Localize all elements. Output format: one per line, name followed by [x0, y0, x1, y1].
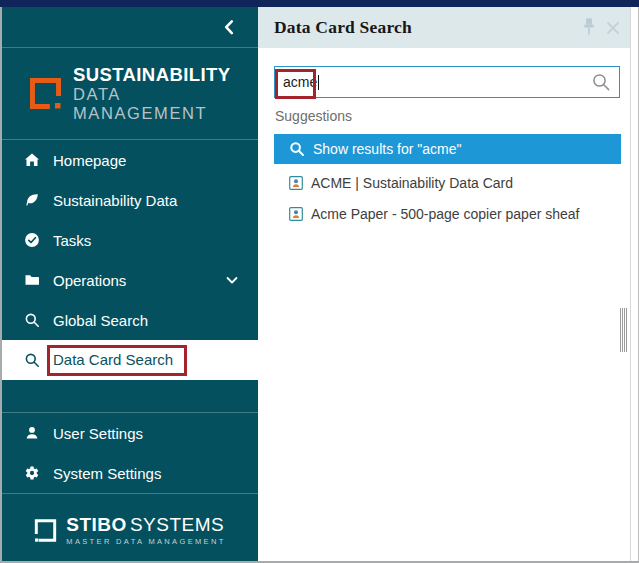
logo-square-icon — [30, 78, 61, 109]
app-name-line1: SUSTAINABILITY — [73, 65, 258, 86]
app-logo: SUSTAINABILITY DATA MANAGEMENT — [2, 48, 258, 140]
data-card-icon — [289, 207, 303, 221]
show-results-row[interactable]: Show results for "acme" — [274, 134, 621, 164]
sidebar-item-label: Homepage — [53, 152, 126, 169]
data-card-search-panel: Data Card Search acme Suggestions — [258, 7, 631, 561]
sidebar-item-label: Sustainability Data — [53, 192, 177, 209]
sidebar-item-tasks[interactable]: Tasks — [2, 220, 258, 260]
suggestion-item[interactable]: ACME | Sustainability Data Card — [274, 168, 621, 198]
sidebar-item-operations[interactable]: Operations — [2, 260, 258, 300]
sidebar-item-global-search[interactable]: Global Search — [2, 300, 258, 340]
chevron-down-icon[interactable] — [224, 272, 240, 288]
panel-header: Data Card Search — [258, 7, 630, 48]
sidebar-item-data-card-search[interactable]: Data Card Search — [2, 340, 258, 380]
sidebar-topbar — [2, 7, 258, 48]
suggestions-label: Suggestions — [275, 108, 352, 124]
sidebar-item-label: Global Search — [53, 312, 148, 329]
suggestion-label: ACME | Sustainability Data Card — [311, 175, 513, 191]
pushpin-icon — [581, 17, 597, 39]
text-caret — [318, 75, 319, 90]
user-icon — [24, 425, 40, 441]
stibo-square-icon — [34, 519, 57, 542]
gear-icon — [24, 465, 40, 481]
suggestion-label: Acme Paper - 500-page copier paper sheaf — [311, 206, 580, 222]
sidebar-spacer — [2, 380, 258, 412]
app-name-line2: DATA MANAGEMENT — [73, 85, 258, 122]
sidebar-menu: Homepage Sustainability Data Tasks Opera… — [2, 140, 258, 380]
data-card-icon — [289, 176, 303, 190]
panel-resize-grip[interactable] — [620, 308, 627, 352]
sidebar-item-label: User Settings — [53, 425, 143, 442]
sidebar-item-label: Tasks — [53, 232, 91, 249]
window-top-strip — [0, 0, 639, 7]
home-icon — [24, 152, 40, 168]
search-input-value: acme — [283, 67, 319, 97]
sidebar-item-homepage[interactable]: Homepage — [2, 140, 258, 180]
window-border-left — [0, 7, 2, 563]
close-icon — [605, 20, 621, 36]
check-circle-icon — [24, 232, 40, 248]
search-icon — [289, 141, 305, 157]
sidebar-collapse-button[interactable] — [220, 18, 238, 36]
sidebar-item-label: Data Card Search — [53, 351, 173, 368]
app-window: SUSTAINABILITY DATA MANAGEMENT Homepage … — [0, 0, 639, 563]
stibo-brand-bold: STIBO — [66, 514, 127, 535]
stibo-footer-logo: STIBOSYSTEMS MASTER DATA MANAGEMENT — [2, 494, 258, 546]
show-results-label: Show results for "acme" — [313, 141, 461, 157]
search-icon[interactable] — [591, 72, 611, 92]
sidebar-item-sustainability-data[interactable]: Sustainability Data — [2, 180, 258, 220]
sidebar-item-label: Operations — [53, 272, 126, 289]
sidebar-item-user-settings[interactable]: User Settings — [2, 413, 258, 453]
annotation-box-sidebar: Data Card Search — [47, 345, 187, 376]
sidebar-item-system-settings[interactable]: System Settings — [2, 453, 258, 493]
folder-icon — [24, 272, 40, 288]
close-button[interactable] — [605, 20, 621, 36]
search-icon — [24, 312, 40, 328]
leaf-icon — [24, 192, 40, 208]
stibo-brand-light: SYSTEMS — [130, 514, 224, 535]
app-logo-text: SUSTAINABILITY DATA MANAGEMENT — [73, 65, 258, 123]
search-icon — [24, 352, 40, 368]
sidebar: SUSTAINABILITY DATA MANAGEMENT Homepage … — [2, 7, 258, 561]
search-input[interactable]: acme — [274, 66, 620, 98]
stibo-footer-text: STIBOSYSTEMS MASTER DATA MANAGEMENT — [66, 515, 225, 546]
stibo-tagline: MASTER DATA MANAGEMENT — [66, 537, 225, 546]
suggestion-item[interactable]: Acme Paper - 500-page copier paper sheaf — [274, 199, 621, 229]
chevron-left-icon — [220, 18, 238, 36]
sidebar-item-label: System Settings — [53, 465, 161, 482]
panel-title: Data Card Search — [274, 7, 412, 48]
pin-button[interactable] — [581, 17, 597, 39]
